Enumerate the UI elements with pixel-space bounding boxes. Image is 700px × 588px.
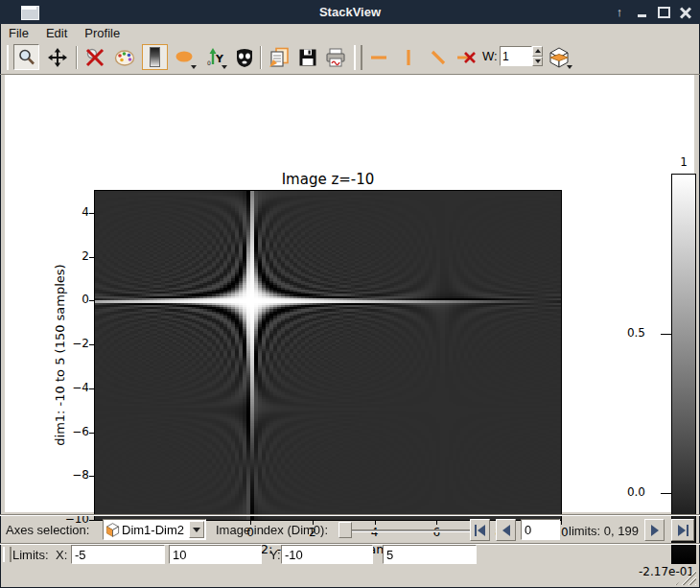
y-tick-mark bbox=[89, 344, 94, 345]
y-tick-mark bbox=[89, 388, 94, 389]
y-tick-mark bbox=[89, 213, 94, 214]
clipboard-copy-icon bbox=[268, 47, 290, 68]
profile-toolbar-handle[interactable] bbox=[354, 45, 362, 70]
axes-selection-value: Dim1-Dim2 bbox=[120, 523, 189, 537]
profile-width-input[interactable] bbox=[500, 46, 532, 66]
ellipse-icon bbox=[175, 49, 196, 66]
profile-width-spinbox bbox=[500, 46, 543, 66]
stack-image-canvas[interactable] bbox=[95, 191, 561, 520]
floppy-icon bbox=[298, 48, 317, 67]
profile-width-label: W: bbox=[482, 49, 498, 63]
first-icon bbox=[475, 525, 477, 536]
close-button[interactable] bbox=[679, 6, 692, 19]
y-max-input[interactable] bbox=[383, 545, 477, 564]
profile-vertical-button[interactable] bbox=[395, 44, 421, 70]
axes-selection-combobox[interactable]: Dim1-Dim2 bbox=[103, 519, 206, 540]
y-tick-mark bbox=[89, 476, 94, 477]
right-arrow-icon bbox=[651, 525, 659, 536]
reset-zoom-button[interactable] bbox=[82, 44, 107, 70]
roi-ellipse-button[interactable] bbox=[172, 44, 198, 70]
last-frame-button[interactable] bbox=[671, 519, 694, 541]
mask-tools-button[interactable] bbox=[231, 44, 257, 70]
clear-profile-icon bbox=[455, 48, 477, 67]
profile-3d-button[interactable] bbox=[545, 44, 573, 70]
dropdown-arrow-icon bbox=[567, 65, 572, 69]
menubar: File Edit Profile bbox=[0, 24, 700, 41]
left-arrow-icon bbox=[478, 525, 485, 536]
y-tick-mark bbox=[89, 300, 94, 301]
colorbar-tick-mark bbox=[661, 334, 671, 335]
frame-slider-handle[interactable] bbox=[338, 522, 352, 538]
minimize-button[interactable] bbox=[635, 6, 648, 19]
colorbar-tick-label: 0.5 bbox=[599, 326, 645, 340]
x-max-input[interactable] bbox=[169, 545, 262, 564]
previous-frame-button[interactable] bbox=[496, 519, 516, 541]
menu-file[interactable]: File bbox=[0, 26, 37, 40]
pan-arrows-icon bbox=[48, 48, 67, 67]
colorbar-icon bbox=[150, 47, 160, 67]
frame-limits-label: limits: 0, 199 bbox=[569, 524, 639, 538]
cube-icon bbox=[105, 523, 120, 537]
x-min-input[interactable] bbox=[71, 545, 165, 564]
y-tick-label: 0 bbox=[43, 293, 89, 306]
profile-clear-button[interactable] bbox=[453, 44, 478, 70]
y-tick-label: 2 bbox=[43, 249, 89, 263]
menu-profile[interactable]: Profile bbox=[76, 26, 128, 40]
save-button[interactable] bbox=[294, 44, 320, 70]
stackview-window: StackView ↑ File Edit Profile bbox=[0, 0, 700, 588]
y-min-input[interactable] bbox=[281, 545, 373, 564]
y-tick-label: −8 bbox=[43, 468, 89, 482]
first-frame-button[interactable] bbox=[470, 519, 490, 541]
palette-icon bbox=[114, 48, 135, 67]
copy-button[interactable] bbox=[266, 44, 292, 70]
frame-slider-groove[interactable] bbox=[339, 529, 470, 532]
last-icon bbox=[687, 525, 688, 536]
resize-grip[interactable] bbox=[675, 571, 696, 585]
plot-frame bbox=[94, 190, 562, 521]
colorbar-max-label: 1 bbox=[674, 155, 693, 169]
spin-up-button[interactable] bbox=[532, 46, 543, 57]
toolbar-separator bbox=[76, 46, 78, 69]
titlebar: StackView ↑ bbox=[0, 0, 700, 24]
frame-number-input[interactable] bbox=[521, 519, 560, 540]
print-button[interactable] bbox=[322, 44, 348, 70]
y-tick-label: −6 bbox=[43, 425, 89, 438]
profile-free-line-button[interactable] bbox=[425, 44, 451, 70]
y-tick-mark bbox=[89, 257, 94, 258]
zoom-mode-button[interactable] bbox=[13, 44, 39, 70]
colormap-button[interactable] bbox=[111, 44, 137, 70]
y-tick-mark bbox=[89, 433, 94, 434]
magnifier-icon bbox=[17, 48, 36, 67]
printer-icon bbox=[325, 48, 346, 67]
profile-horizontal-button[interactable] bbox=[365, 44, 391, 70]
axes-selection-label: Axes selection: bbox=[6, 523, 89, 537]
spin-down-button[interactable] bbox=[532, 57, 543, 67]
svg-text:0: 0 bbox=[207, 59, 211, 66]
window-title: StackView bbox=[0, 5, 700, 19]
dropdown-arrow-icon bbox=[222, 65, 227, 69]
y-axis-orientation-button[interactable]: 0 Y bbox=[202, 44, 228, 70]
combo-dropdown-button[interactable] bbox=[189, 521, 204, 538]
pan-mode-button[interactable] bbox=[44, 44, 70, 70]
y-tick-label: −2 bbox=[43, 337, 89, 350]
statusbar bbox=[0, 566, 700, 588]
colorbar bbox=[671, 174, 696, 564]
horizontal-line-icon bbox=[369, 48, 388, 67]
dropdown-arrow-icon bbox=[191, 65, 197, 69]
right-arrow-icon bbox=[678, 525, 686, 536]
plot-widget: Image z=-10 dim1: -10 to 5 (150 samples)… bbox=[5, 75, 694, 512]
menu-edit[interactable]: Edit bbox=[37, 26, 76, 40]
down-arrow-icon bbox=[193, 528, 200, 532]
next-frame-button[interactable] bbox=[644, 519, 665, 541]
maximize-button[interactable] bbox=[657, 6, 670, 19]
y-axis-icon: 0 Y bbox=[206, 48, 225, 67]
left-arrow-icon bbox=[502, 525, 510, 536]
toolbar-separator bbox=[260, 46, 262, 69]
colorbar-toggle-button[interactable] bbox=[142, 44, 168, 70]
limits-toolbar-handle[interactable] bbox=[3, 547, 12, 562]
x-limits-label: X: bbox=[56, 548, 67, 562]
image-index-label: Image index (Dim0): bbox=[216, 523, 328, 537]
y-tick-label: −4 bbox=[43, 381, 89, 394]
vertical-line-icon bbox=[399, 48, 418, 67]
shade-button[interactable]: ↑ bbox=[613, 6, 626, 19]
